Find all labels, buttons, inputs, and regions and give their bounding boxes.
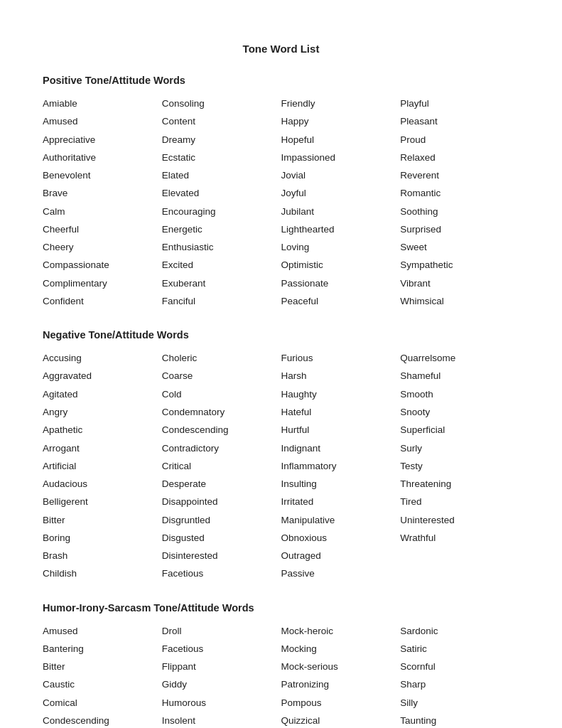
word-item: Authoritative: [43, 150, 162, 166]
word-item: Cheery: [43, 240, 162, 255]
word-item: Playful: [400, 96, 519, 112]
word-item: Uninterested: [400, 513, 519, 528]
word-item: Insolent: [162, 713, 281, 728]
word-item: Tired: [400, 494, 519, 510]
word-item: Brash: [43, 548, 162, 564]
word-item: Hopeful: [281, 132, 401, 148]
word-item: Superficial: [400, 422, 519, 438]
word-item: Whimsical: [400, 294, 519, 309]
page-title: Tone Word List: [43, 43, 519, 55]
word-col-humor-2: Mock-heroicMockingMock-seriousPatronizin…: [281, 623, 401, 728]
word-item: Disappointed: [162, 494, 281, 510]
word-item: Pleasant: [400, 114, 519, 129]
word-item: Disinterested: [162, 548, 281, 564]
word-item: Bantering: [43, 641, 162, 657]
word-col-negative-3: QuarrelsomeShamefulSmoothSnootySuperfici…: [400, 350, 519, 582]
word-item: Droll: [162, 623, 281, 639]
word-grid-positive: AmiableAmusedAppreciativeAuthoritativeBe…: [43, 96, 519, 309]
word-item: Accusing: [43, 350, 162, 366]
word-item: Facetious: [162, 566, 281, 582]
word-item: Joyful: [281, 186, 401, 201]
word-item: Condescending: [162, 422, 281, 438]
word-item: Angry: [43, 405, 162, 420]
word-col-humor-0: AmusedBanteringBitterCausticComicalConde…: [43, 623, 162, 728]
word-item: Quarrelsome: [400, 350, 519, 366]
word-item: Choleric: [162, 350, 281, 366]
word-item: Reverent: [400, 168, 519, 183]
word-item: Amused: [43, 114, 162, 129]
word-item: Arrogant: [43, 441, 162, 456]
word-item: Inflammatory: [281, 459, 401, 474]
word-item: Happy: [281, 114, 401, 129]
word-item: Mock-heroic: [281, 623, 401, 639]
word-item: Flippant: [162, 659, 281, 675]
word-item: Energetic: [162, 222, 281, 237]
word-item: Taunting: [400, 713, 519, 728]
word-item: Disgruntled: [162, 513, 281, 528]
word-item: Agitated: [43, 387, 162, 402]
section-humor: Humor-Irony-Sarcasm Tone/Attitude WordsA…: [43, 602, 519, 728]
section-positive: Positive Tone/Attitude WordsAmiableAmuse…: [43, 75, 519, 309]
word-item: Benevolent: [43, 168, 162, 183]
word-item: Facetious: [162, 641, 281, 657]
word-item: Romantic: [400, 186, 519, 201]
word-item: Snooty: [400, 405, 519, 420]
word-item: Consoling: [162, 96, 281, 112]
word-item: Condemnatory: [162, 405, 281, 420]
word-col-humor-1: DrollFacetiousFlippantGiddyHumorousInsol…: [162, 623, 281, 728]
word-item: Cheerful: [43, 222, 162, 237]
word-item: Pompous: [281, 695, 401, 711]
word-item: Giddy: [162, 677, 281, 692]
word-item: Surly: [400, 441, 519, 456]
word-item: Dreamy: [162, 132, 281, 148]
word-item: Passive: [281, 566, 401, 582]
word-item: Cold: [162, 387, 281, 402]
word-item: Brave: [43, 186, 162, 201]
word-item: Desperate: [162, 476, 281, 492]
word-item: Friendly: [281, 96, 401, 112]
word-item: Condescending: [43, 713, 162, 728]
word-item: Content: [162, 114, 281, 129]
word-item: Satiric: [400, 641, 519, 657]
word-item: Amused: [43, 623, 162, 639]
word-item: Apathetic: [43, 422, 162, 438]
word-item: Elated: [162, 168, 281, 183]
word-item: Surprised: [400, 222, 519, 237]
word-col-humor-3: SardonicSatiricScornfulSharpSillyTauntin…: [400, 623, 519, 728]
word-item: Sweet: [400, 240, 519, 255]
word-item: Exuberant: [162, 276, 281, 291]
word-item: Sardonic: [400, 623, 519, 639]
word-item: Disgusted: [162, 530, 281, 546]
word-item: Irritated: [281, 494, 401, 510]
word-item: Obnoxious: [281, 530, 401, 546]
word-item: Manipulative: [281, 513, 401, 528]
word-item: Insulting: [281, 476, 401, 492]
word-item: Furious: [281, 350, 401, 366]
word-item: Belligerent: [43, 494, 162, 510]
word-item: Relaxed: [400, 150, 519, 166]
section-heading-positive: Positive Tone/Attitude Words: [43, 75, 519, 86]
word-item: Wrathful: [400, 530, 519, 546]
word-item: Excited: [162, 257, 281, 273]
word-item: Silly: [400, 695, 519, 711]
word-item: Passionate: [281, 276, 401, 291]
word-item: Peaceful: [281, 294, 401, 309]
word-item: Amiable: [43, 96, 162, 112]
word-item: Hurtful: [281, 422, 401, 438]
word-grid-negative: AccusingAggravatedAgitatedAngryApathetic…: [43, 350, 519, 582]
word-col-positive-1: ConsolingContentDreamyEcstaticElatedElev…: [162, 96, 281, 309]
word-item: Artificial: [43, 459, 162, 474]
word-item: Compassionate: [43, 257, 162, 273]
word-item: Lighthearted: [281, 222, 401, 237]
word-item: Impassioned: [281, 150, 401, 166]
word-item: Elevated: [162, 186, 281, 201]
word-item: Appreciative: [43, 132, 162, 148]
word-item: Audacious: [43, 476, 162, 492]
word-item: Encouraging: [162, 204, 281, 220]
word-item: Enthusiastic: [162, 240, 281, 255]
word-item: Hateful: [281, 405, 401, 420]
word-item: Patronizing: [281, 677, 401, 692]
word-col-negative-0: AccusingAggravatedAgitatedAngryApathetic…: [43, 350, 162, 582]
word-item: Childish: [43, 566, 162, 582]
word-item: Soothing: [400, 204, 519, 220]
